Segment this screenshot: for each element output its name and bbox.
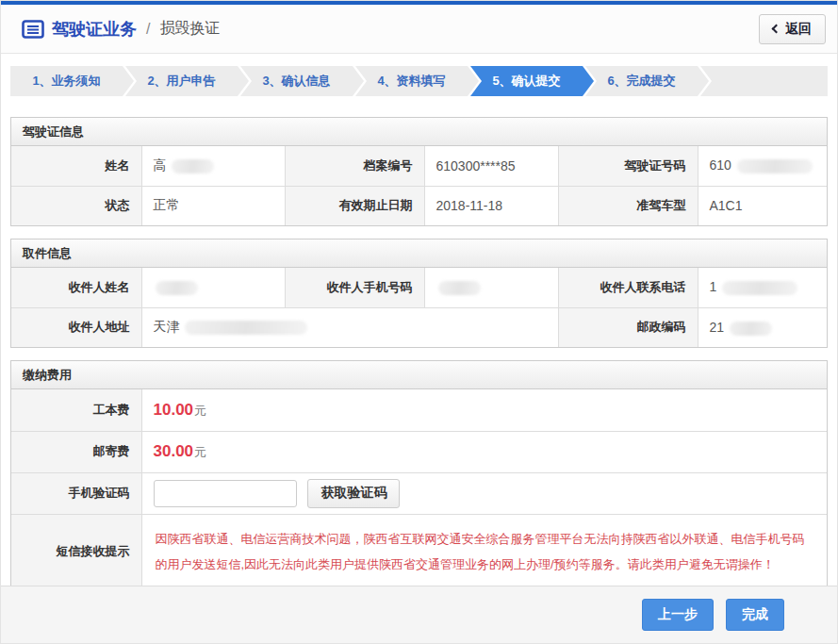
- postal-code-label: 邮政编码: [558, 307, 698, 347]
- table-row: 姓名 高 档案编号 610300****85 驾驶证号码 610: [11, 146, 827, 186]
- step-5-confirm-submit[interactable]: 5、确认提交: [470, 66, 583, 96]
- name-label: 姓名: [11, 146, 141, 186]
- table-row: 手机验证码 获取验证码: [11, 472, 827, 514]
- recipient-address-value: 天津: [141, 307, 558, 347]
- fees-title: 缴纳费用: [11, 361, 827, 389]
- table-row: 收件人姓名 收件人手机号码 收件人联系电话 1: [11, 268, 827, 307]
- footer-action-bar: 上一步 完成: [1, 586, 837, 643]
- cost-fee-amount: 10.00: [154, 401, 194, 419]
- recipient-phone-text: 1: [710, 279, 717, 294]
- sms-notice-cell: 因陕西省联通、电信运营商技术问题，陕西省互联网交通安全综合服务管理平台无法向持陕…: [141, 514, 827, 586]
- expiry-date-label: 有效期止日期: [285, 186, 424, 225]
- back-button-label: 返回: [785, 21, 812, 38]
- name-value: 高: [141, 146, 285, 186]
- redaction-blur: [156, 281, 198, 295]
- sms-code-label: 手机验证码: [11, 472, 141, 514]
- recipient-phone-label: 收件人联系电话: [558, 268, 698, 307]
- recipient-address-text: 天津: [154, 319, 180, 334]
- vehicle-class-value: A1C1: [698, 186, 827, 225]
- pickup-info-table: 收件人姓名 收件人手机号码 收件人联系电话 1 收件人地址: [11, 268, 827, 347]
- driver-license-service-page: 驾驶证业务 / 损毁换证 返回 1、业务须知 2、用户申告 3、确认信息 4、资…: [0, 0, 838, 644]
- file-number-text: 610300****85: [436, 158, 516, 173]
- redaction-blur: [722, 281, 797, 295]
- postage-fee-amount: 30.00: [154, 442, 194, 460]
- sms-code-input[interactable]: [154, 480, 297, 507]
- redaction-blur: [172, 159, 214, 173]
- redaction-blur: [185, 321, 307, 335]
- file-number-label: 档案编号: [285, 146, 424, 186]
- license-info-section: 驾驶证信息 姓名 高 档案编号 610300****85 驾驶证号: [10, 117, 828, 226]
- postal-code-text: 21: [710, 320, 725, 335]
- table-row: 工本费 10.00元: [11, 389, 827, 431]
- recipient-name-label: 收件人姓名: [11, 268, 141, 307]
- vehicle-class-text: A1C1: [710, 198, 743, 213]
- cost-fee-label: 工本费: [11, 389, 141, 431]
- previous-step-button[interactable]: 上一步: [642, 599, 714, 631]
- page-subtitle: 损毁换证: [159, 19, 220, 39]
- sms-notice-label: 短信接收提示: [11, 514, 141, 586]
- sms-code-cell: 获取验证码: [141, 472, 827, 514]
- expiry-date-value: 2018-11-18: [424, 186, 558, 225]
- postage-fee-unit: 元: [194, 445, 206, 459]
- get-sms-code-button[interactable]: 获取验证码: [307, 479, 400, 508]
- form-list-icon: [22, 20, 44, 39]
- license-info-title: 驾驶证信息: [11, 118, 827, 146]
- breadcrumb: 驾驶证业务 / 损毁换证: [22, 18, 220, 41]
- step-4-fill-data[interactable]: 4、资料填写: [355, 66, 468, 96]
- back-button[interactable]: 返回: [759, 14, 826, 44]
- redaction-blur: [730, 322, 772, 336]
- pickup-info-title: 取件信息: [11, 239, 827, 268]
- step-1-business-notice[interactable]: 1、业务须知: [10, 66, 123, 96]
- postage-fee-label: 邮寄费: [11, 431, 141, 472]
- fees-table: 工本费 10.00元 邮寄费 30.00元 手机验证码 获取验证码: [11, 389, 827, 586]
- license-number-label: 驾驶证号码: [558, 146, 698, 186]
- license-number-text: 610: [710, 157, 731, 173]
- table-row: 短信接收提示 因陕西省联通、电信运营商技术问题，陕西省互联网交通安全综合服务管理…: [11, 514, 827, 586]
- file-number-value: 610300****85: [424, 146, 558, 186]
- step-bar-filler: [700, 66, 828, 96]
- table-row: 邮寄费 30.00元: [11, 431, 827, 472]
- recipient-phone-value: 1: [698, 268, 827, 307]
- table-row: 收件人地址 天津 邮政编码 21: [11, 307, 827, 347]
- main-content: 驾驶证信息 姓名 高 档案编号 610300****85 驾驶证号: [1, 96, 837, 586]
- license-number-value: 610: [698, 146, 827, 186]
- fees-section: 缴纳费用 工本费 10.00元 邮寄费 30.00元 手机验证码: [10, 360, 828, 586]
- step-3-confirm-info[interactable]: 3、确认信息: [240, 66, 353, 96]
- recipient-mobile-label: 收件人手机号码: [285, 268, 424, 307]
- recipient-mobile-value: [424, 268, 558, 307]
- redaction-blur: [438, 281, 481, 295]
- step-6-finish-submit[interactable]: 6、完成提交: [585, 66, 698, 96]
- pickup-info-section: 取件信息 收件人姓名 收件人手机号码 收件人联系电话: [10, 239, 828, 348]
- page-title: 驾驶证业务: [52, 18, 137, 41]
- finish-button[interactable]: 完成: [726, 599, 784, 631]
- postage-fee-value: 30.00元: [141, 431, 827, 472]
- recipient-name-value: [141, 268, 285, 307]
- page-header: 驾驶证业务 / 损毁换证 返回: [1, 5, 837, 54]
- recipient-address-label: 收件人地址: [11, 307, 141, 347]
- redaction-blur: [737, 159, 813, 173]
- step-2-user-declaration[interactable]: 2、用户申告: [125, 66, 238, 96]
- step-wizard: 1、业务须知 2、用户申告 3、确认信息 4、资料填写 5、确认提交 6、完成提…: [10, 66, 828, 96]
- status-value: 正常: [141, 186, 285, 225]
- sms-notice-text: 因陕西省联通、电信运营商技术问题，陕西省互联网交通安全综合服务管理平台无法向持陕…: [154, 515, 816, 586]
- cost-fee-value: 10.00元: [141, 389, 827, 431]
- postal-code-value: 21: [698, 307, 827, 347]
- expiry-date-text: 2018-11-18: [436, 198, 503, 213]
- status-label: 状态: [11, 186, 141, 225]
- breadcrumb-separator: /: [146, 21, 150, 38]
- name-text: 高: [154, 157, 167, 173]
- status-text: 正常: [154, 197, 180, 212]
- license-info-table: 姓名 高 档案编号 610300****85 驾驶证号码 610: [11, 146, 827, 225]
- vehicle-class-label: 准驾车型: [558, 186, 698, 225]
- table-row: 状态 正常 有效期止日期 2018-11-18 准驾车型 A1C1: [11, 186, 827, 225]
- chevron-left-icon: [772, 25, 781, 34]
- cost-fee-unit: 元: [194, 404, 206, 418]
